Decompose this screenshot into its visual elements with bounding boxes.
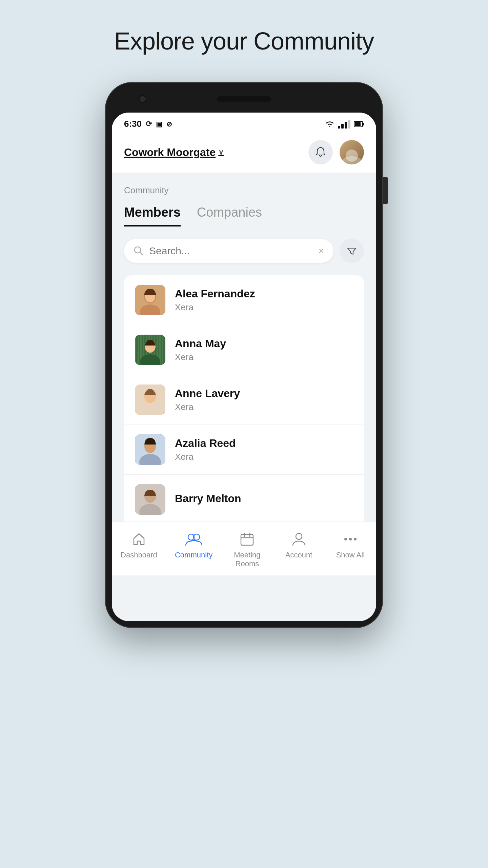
status-right: [325, 120, 364, 129]
notifications-button[interactable]: [308, 140, 333, 164]
signal-icon: [338, 120, 350, 129]
status-left: 6:30 ⟳ ▣ ⊘: [124, 119, 172, 129]
search-icon: [134, 246, 144, 256]
wifi-icon: [325, 120, 334, 128]
member-item[interactable]: Anne Lavery Xera: [124, 375, 364, 425]
svg-line-4: [140, 252, 143, 255]
section-label: Community: [124, 185, 364, 196]
member-company: Xera: [175, 302, 353, 313]
workspace-selector[interactable]: Cowork Moorgate ∨: [124, 146, 224, 159]
member-company: Xera: [175, 402, 353, 412]
battery-icon: [354, 121, 364, 127]
member-info: Barry Melton: [175, 492, 353, 507]
member-item[interactable]: Azalia Reed Xera: [124, 425, 364, 475]
member-company: Xera: [175, 352, 353, 362]
chevron-down-icon: ∨: [218, 148, 224, 157]
content-area: Community Members Companies ×: [112, 173, 376, 522]
member-item[interactable]: Barry Melton: [124, 475, 364, 522]
filter-icon: [346, 245, 357, 256]
member-item[interactable]: Anna May Xera: [124, 325, 364, 375]
power-button: [383, 177, 388, 204]
status-bar: 6:30 ⟳ ▣ ⊘: [112, 113, 376, 133]
member-name: Barry Melton: [175, 492, 353, 505]
member-avatar: [135, 384, 165, 415]
clock: 6:30: [124, 119, 142, 129]
no-disturb-icon: ⊘: [166, 120, 172, 128]
header-actions: [308, 140, 364, 164]
bottom-nav: Dashboard Community: [112, 522, 376, 575]
account-icon: [290, 530, 308, 548]
storage-icon: ▣: [156, 120, 162, 128]
members-list: Alea Fernandez Xera: [124, 275, 364, 522]
search-bar: ×: [124, 239, 333, 263]
member-item[interactable]: Alea Fernandez Xera: [124, 275, 364, 325]
svg-point-33: [354, 538, 357, 540]
nav-label-dashboard: Dashboard: [121, 551, 157, 559]
member-name: Anna May: [175, 337, 353, 350]
workspace-name-text: Cowork Moorgate: [124, 146, 216, 159]
nav-item-meeting-rooms[interactable]: Meeting Rooms: [230, 530, 264, 569]
search-row: ×: [124, 239, 364, 263]
member-avatar: [135, 484, 165, 515]
avatar-azalia-image: [135, 434, 165, 465]
svg-rect-2: [354, 122, 361, 126]
user-avatar[interactable]: [340, 140, 364, 164]
avatar-alea-image: [135, 285, 165, 315]
member-name: Anne Lavery: [175, 387, 353, 400]
svg-point-32: [349, 538, 352, 540]
home-icon: [130, 530, 148, 548]
calendar-icon: [238, 530, 256, 548]
member-avatar: [135, 335, 165, 365]
tabs: Members Companies: [124, 202, 364, 226]
avatar-anne-image: [135, 384, 165, 415]
member-info: Alea Fernandez Xera: [175, 288, 353, 313]
nav-label-account: Account: [285, 551, 312, 559]
filter-button[interactable]: [340, 239, 364, 263]
member-name: Alea Fernandez: [175, 288, 353, 300]
community-icon: [185, 530, 203, 548]
avatar-anna-image: [135, 335, 165, 365]
search-input[interactable]: [149, 245, 313, 257]
page-title: Explore your Community: [114, 27, 374, 55]
phone-frame: 6:30 ⟳ ▣ ⊘: [105, 82, 383, 628]
svg-point-30: [296, 533, 302, 539]
member-info: Anne Lavery Xera: [175, 387, 353, 412]
speaker: [217, 96, 271, 102]
sync-icon: ⟳: [146, 120, 152, 129]
svg-point-31: [344, 538, 347, 540]
app-header: Cowork Moorgate ∨: [112, 133, 376, 173]
phone-screen: 6:30 ⟳ ▣ ⊘: [112, 113, 376, 621]
member-name: Azalia Reed: [175, 437, 353, 450]
member-info: Azalia Reed Xera: [175, 437, 353, 462]
tab-members[interactable]: Members: [124, 202, 181, 226]
tab-companies[interactable]: Companies: [197, 202, 262, 226]
front-camera: [139, 95, 146, 103]
nav-label-community: Community: [175, 551, 212, 559]
nav-item-community[interactable]: Community: [175, 530, 212, 569]
nav-label-show-all: Show All: [336, 551, 365, 559]
clear-search-button[interactable]: ×: [319, 245, 324, 256]
svg-rect-26: [241, 534, 253, 545]
member-avatar: [135, 285, 165, 315]
dots-icon: [342, 530, 359, 548]
nav-label-meeting-rooms: Meeting Rooms: [234, 551, 260, 569]
avatar-barry-image: [135, 484, 165, 515]
nav-item-account[interactable]: Account: [282, 530, 316, 569]
svg-rect-1: [363, 123, 364, 125]
phone-top-bar: [112, 89, 376, 109]
nav-item-dashboard[interactable]: Dashboard: [121, 530, 157, 569]
bell-icon: [314, 146, 327, 158]
member-info: Anna May Xera: [175, 337, 353, 362]
member-avatar: [135, 434, 165, 465]
member-company: Xera: [175, 452, 353, 462]
nav-item-show-all[interactable]: Show All: [333, 530, 367, 569]
